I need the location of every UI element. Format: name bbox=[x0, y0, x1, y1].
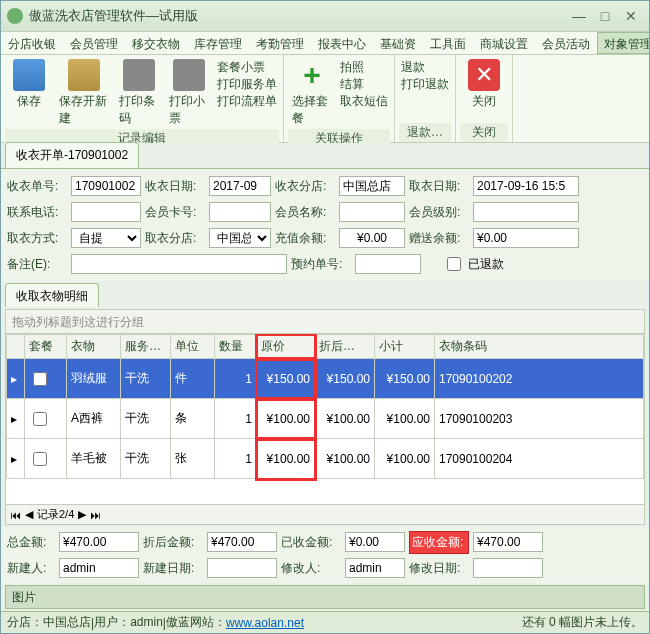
menu-item[interactable]: 会员活动 bbox=[535, 32, 597, 54]
col-sub[interactable]: 小计 bbox=[375, 335, 435, 359]
close-button[interactable]: ✕关闭 bbox=[460, 57, 508, 123]
status-site-link[interactable]: www.aolan.net bbox=[226, 616, 304, 630]
after-disc-input[interactable] bbox=[207, 532, 277, 552]
col-disc[interactable]: 折后… bbox=[315, 335, 375, 359]
menu-item[interactable]: 商城设置 bbox=[473, 32, 535, 54]
cell-expand[interactable]: ▸ bbox=[7, 439, 25, 479]
document-tabs: 收衣开单-170901002 bbox=[1, 143, 649, 169]
nav-prev-icon[interactable]: ◀ bbox=[25, 508, 33, 521]
order-no-input[interactable] bbox=[71, 176, 141, 196]
resv-no-input[interactable] bbox=[355, 254, 421, 274]
due-input[interactable] bbox=[473, 532, 543, 552]
cell-qty: 1 bbox=[215, 359, 257, 399]
menu-item-active[interactable]: 对象管理 bbox=[597, 32, 649, 54]
pick-date-input[interactable] bbox=[473, 176, 579, 196]
nav-first-icon[interactable]: ⏮ bbox=[10, 509, 21, 521]
col-orig[interactable]: 原价 bbox=[257, 335, 315, 359]
label-mod-date: 修改日期: bbox=[409, 560, 469, 577]
cell-unit: 件 bbox=[171, 359, 215, 399]
save-icon bbox=[13, 59, 45, 91]
print-combo-group[interactable]: 套餐小票 打印服务单 打印流程单 bbox=[215, 57, 279, 129]
label-resv-no: 预约单号: bbox=[291, 256, 351, 273]
paid-input[interactable] bbox=[345, 532, 405, 552]
menu-item[interactable]: 基础资 bbox=[373, 32, 423, 54]
ribbon-group-related: +选择套餐 拍照 结算 取衣短信 关联操作 bbox=[284, 55, 395, 142]
create-date-input[interactable] bbox=[207, 558, 277, 578]
cell-orig: ¥150.00 bbox=[257, 359, 315, 399]
label-card-no: 会员卡号: bbox=[145, 204, 205, 221]
label-pick-way: 取衣方式: bbox=[7, 230, 67, 247]
topup-input[interactable] bbox=[339, 228, 405, 248]
col-combo[interactable]: 套餐 bbox=[25, 335, 67, 359]
maximize-button[interactable]: □ bbox=[593, 6, 617, 26]
col-unit[interactable]: 单位 bbox=[171, 335, 215, 359]
mem-name-input[interactable] bbox=[339, 202, 405, 222]
refund-group[interactable]: 退款 打印退款 bbox=[399, 57, 451, 123]
cell-combo[interactable] bbox=[25, 359, 67, 399]
creator-input[interactable] bbox=[59, 558, 139, 578]
menu-item[interactable]: 工具面 bbox=[423, 32, 473, 54]
close-window-button[interactable]: ✕ bbox=[619, 6, 643, 26]
mem-level-input[interactable] bbox=[473, 202, 579, 222]
doc-tab[interactable]: 收衣开单-170901002 bbox=[5, 142, 139, 168]
print-barcode-button[interactable]: 打印条码 bbox=[115, 57, 163, 129]
table-row[interactable]: ▸羊毛被干洗张1¥100.00¥100.00¥100.0017090100204 bbox=[7, 439, 644, 479]
status-bar: 分店：中国总店 | 用户：admin | 傲蓝网站： www.aolan.net… bbox=[1, 611, 649, 633]
cell-barcode: 17090100202 bbox=[435, 359, 644, 399]
minimize-button[interactable]: — bbox=[567, 6, 591, 26]
menu-item[interactable]: 库存管理 bbox=[187, 32, 249, 54]
col-item[interactable]: 衣物 bbox=[67, 335, 121, 359]
cell-combo[interactable] bbox=[25, 439, 67, 479]
row-checkbox[interactable] bbox=[33, 372, 47, 386]
cell-expand[interactable]: ▸ bbox=[7, 399, 25, 439]
recv-store-input[interactable] bbox=[339, 176, 405, 196]
select-combo-button[interactable]: +选择套餐 bbox=[288, 57, 336, 129]
col-svc[interactable]: 服务… bbox=[121, 335, 171, 359]
status-upload: 还有 0 幅图片未上传。 bbox=[522, 614, 643, 631]
printer-icon bbox=[173, 59, 205, 91]
col-expand[interactable] bbox=[7, 335, 25, 359]
detail-tabs: 收取衣物明细 bbox=[1, 281, 649, 307]
menu-item[interactable]: 分店收银 bbox=[1, 32, 63, 54]
titlebar[interactable]: 傲蓝洗衣店管理软件—试用版 — □ ✕ bbox=[1, 1, 649, 31]
remark-input[interactable] bbox=[71, 254, 287, 274]
row-checkbox[interactable] bbox=[33, 452, 47, 466]
card-no-input[interactable] bbox=[209, 202, 271, 222]
save-button[interactable]: 保存 bbox=[5, 57, 53, 129]
printer-icon bbox=[123, 59, 155, 91]
label-pick-store: 取衣分店: bbox=[145, 230, 205, 247]
table-row[interactable]: ▸羽绒服干洗件1¥150.00¥150.00¥150.0017090100202 bbox=[7, 359, 644, 399]
row-checkbox[interactable] bbox=[33, 412, 47, 426]
nav-last-icon[interactable]: ⏭ bbox=[90, 509, 101, 521]
nav-next-icon[interactable]: ▶ bbox=[78, 508, 86, 521]
picture-panel-header[interactable]: 图片 bbox=[5, 585, 645, 609]
cell-expand[interactable]: ▸ bbox=[7, 359, 25, 399]
detail-tab[interactable]: 收取衣物明细 bbox=[5, 283, 99, 307]
pick-way-select[interactable]: 自提 bbox=[71, 228, 141, 248]
table-row[interactable]: ▸A西裤干洗条1¥100.00¥100.00¥100.0017090100203 bbox=[7, 399, 644, 439]
pick-store-select[interactable]: 中国总店 bbox=[209, 228, 271, 248]
save-new-button[interactable]: 保存开新建 bbox=[55, 57, 113, 129]
recv-date-input[interactable] bbox=[209, 176, 271, 196]
menu-item[interactable]: 移交衣物 bbox=[125, 32, 187, 54]
refunded-checkbox[interactable] bbox=[447, 257, 461, 271]
cell-combo[interactable] bbox=[25, 399, 67, 439]
menu-item[interactable]: 报表中心 bbox=[311, 32, 373, 54]
col-qty[interactable]: 数量 bbox=[215, 335, 257, 359]
cell-disc: ¥150.00 bbox=[315, 359, 375, 399]
print-receipt-button[interactable]: 打印小票 bbox=[165, 57, 213, 129]
group-hint[interactable]: 拖动列标题到这进行分组 bbox=[6, 310, 644, 334]
cell-orig: ¥100.00 bbox=[257, 439, 315, 479]
bonus-input[interactable] bbox=[473, 228, 579, 248]
cell-item: 羽绒服 bbox=[67, 359, 121, 399]
mod-date-input[interactable] bbox=[473, 558, 543, 578]
modifier-input[interactable] bbox=[345, 558, 405, 578]
cell-disc: ¥100.00 bbox=[315, 399, 375, 439]
menu-item[interactable]: 会员管理 bbox=[63, 32, 125, 54]
total-input[interactable] bbox=[59, 532, 139, 552]
photo-settle-sms-group[interactable]: 拍照 结算 取衣短信 bbox=[338, 57, 390, 129]
record-navigator[interactable]: ⏮ ◀ 记录2/4 ▶ ⏭ bbox=[6, 504, 644, 524]
col-barcode[interactable]: 衣物条码 bbox=[435, 335, 644, 359]
phone-input[interactable] bbox=[71, 202, 141, 222]
menu-item[interactable]: 考勤管理 bbox=[249, 32, 311, 54]
